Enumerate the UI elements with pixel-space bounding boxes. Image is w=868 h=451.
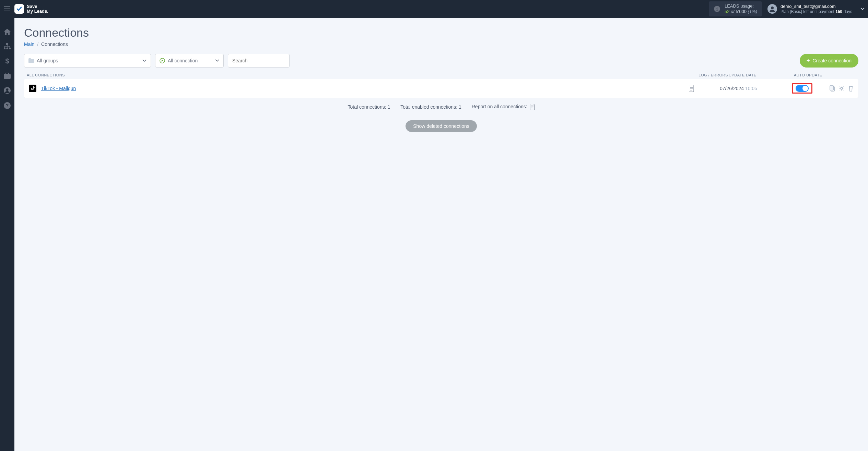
sitemap-icon[interactable]: [4, 43, 11, 49]
update-date: 07/26/2024 10:05: [720, 86, 775, 91]
search-input-wrap: [228, 54, 290, 68]
account-caret-icon[interactable]: [860, 8, 865, 10]
dollar-icon[interactable]: $: [5, 58, 9, 64]
columns-header: ALL CONNECTIONS LOG / ERRORS UPDATE DATE…: [24, 73, 858, 77]
main-content: Connections Main / Connections All group…: [14, 18, 868, 140]
svg-rect-3: [6, 43, 8, 45]
svg-point-2: [771, 7, 774, 9]
brand-text: Save My Leads.: [27, 4, 48, 14]
avatar-icon: [767, 4, 777, 14]
home-icon[interactable]: [4, 29, 11, 35]
svg-point-18: [841, 87, 843, 89]
groups-label: All groups: [37, 58, 58, 63]
svg-rect-9: [6, 73, 9, 74]
page-title: Connections: [24, 26, 858, 39]
gear-icon[interactable]: [838, 85, 845, 92]
trash-icon[interactable]: [848, 85, 854, 92]
col-date-header: UPDATE DATE: [729, 73, 773, 77]
usage-text: LEADS usage: 52 of 5'000 (1%): [725, 3, 757, 14]
status-dropdown[interactable]: All connection: [155, 54, 224, 68]
leads-usage-box[interactable]: i LEADS usage: 52 of 5'000 (1%): [709, 1, 762, 16]
plus-icon: +: [807, 58, 810, 64]
sidebar: $ ?: [0, 18, 14, 140]
auto-update-toggle[interactable]: [796, 85, 809, 92]
connection-row: TikTok - Mailgun 07/26/2024 10:05: [24, 79, 858, 98]
svg-rect-4: [4, 48, 5, 49]
summary-row: Total connections: 1 Total enabled conne…: [24, 104, 858, 110]
breadcrumb-main-link[interactable]: Main: [24, 41, 34, 47]
svg-point-12: [6, 88, 9, 91]
enabled-connections: Total enabled connections: 1: [400, 104, 461, 110]
col-name-header: ALL CONNECTIONS: [27, 73, 698, 77]
create-connection-button[interactable]: + Create connection: [800, 54, 858, 68]
logo-mark-icon: [14, 4, 24, 14]
copy-icon[interactable]: [830, 85, 835, 92]
col-log-header: LOG / ERRORS: [698, 73, 729, 77]
col-auto-header: AUTO UPDATE: [794, 73, 856, 77]
svg-rect-8: [4, 74, 11, 79]
auto-update-highlight: [792, 83, 812, 94]
svg-rect-6: [9, 48, 11, 49]
menu-toggle-icon[interactable]: [0, 7, 14, 11]
search-input[interactable]: [232, 58, 285, 63]
filter-row: All groups All connection + Create conne…: [24, 54, 858, 68]
svg-rect-17: [830, 86, 833, 90]
log-button[interactable]: [689, 85, 720, 92]
user-icon[interactable]: [4, 87, 11, 94]
show-deleted-button[interactable]: Show deleted connections: [406, 120, 477, 132]
chevron-down-icon: [142, 59, 146, 62]
row-actions: [830, 85, 854, 92]
account-text: demo_sml_test@gmail.com Plan |Basic| lef…: [781, 4, 852, 14]
topbar: Save My Leads. i LEADS usage: 52 of 5'00…: [0, 0, 868, 18]
svg-rect-10: [4, 76, 11, 76]
groups-dropdown[interactable]: All groups: [24, 54, 151, 68]
chevron-down-icon: [215, 59, 219, 62]
info-icon: i: [714, 5, 720, 12]
svg-rect-5: [7, 48, 8, 49]
breadcrumb-current: Connections: [41, 41, 68, 47]
brand-logo[interactable]: Save My Leads.: [14, 4, 48, 14]
briefcase-icon[interactable]: [4, 73, 11, 79]
play-circle-icon: [160, 58, 165, 63]
connection-name-link[interactable]: TikTok - Mailgun: [41, 86, 689, 91]
svg-text:$: $: [5, 58, 9, 64]
breadcrumb: Main / Connections: [24, 41, 858, 47]
help-icon[interactable]: ?: [4, 102, 11, 109]
create-label: Create connection: [812, 58, 852, 63]
account-menu[interactable]: demo_sml_test@gmail.com Plan |Basic| lef…: [767, 4, 852, 14]
report-all: Report on all connections:: [472, 104, 535, 110]
report-icon[interactable]: [530, 104, 535, 109]
tiktok-icon: [29, 85, 36, 92]
status-label: All connection: [168, 58, 198, 63]
svg-text:?: ?: [6, 103, 9, 108]
svg-text:i: i: [716, 7, 718, 12]
total-connections: Total connections: 1: [348, 104, 390, 110]
folder-icon: [28, 58, 34, 63]
